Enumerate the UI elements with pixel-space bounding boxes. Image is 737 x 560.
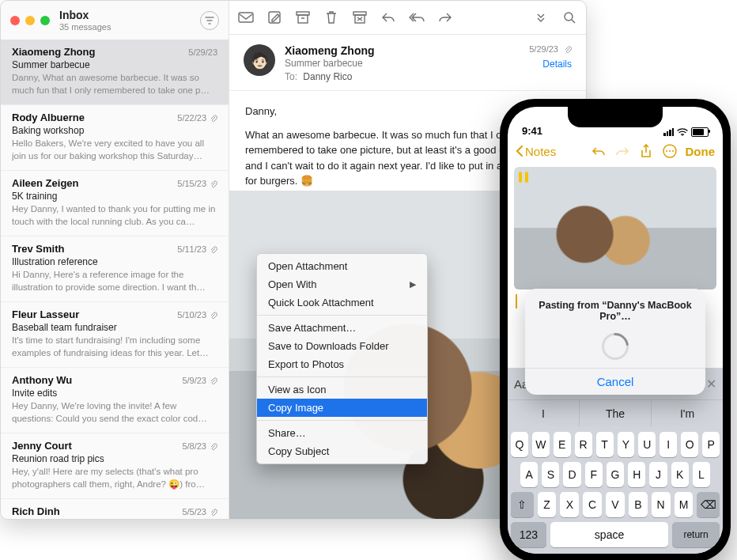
key-g[interactable]: G (607, 462, 624, 487)
key-q[interactable]: Q (511, 432, 528, 457)
key-j[interactable]: J (649, 462, 667, 487)
more-icon[interactable] (532, 9, 550, 25)
context-menu-item[interactable]: Save to Downloads Folder (257, 337, 427, 355)
prediction-2[interactable]: The (580, 400, 652, 427)
message-item[interactable]: Rody Albuerne5/22/23Baking workshopHello… (1, 105, 229, 171)
trash-icon[interactable] (323, 9, 340, 25)
key-n[interactable]: N (652, 492, 671, 517)
message-preview: Hey, y'all! Here are my selects (that's … (12, 466, 217, 490)
message-list[interactable]: Xiaomeng Zhong5/29/23Summer barbecueDann… (1, 40, 229, 519)
header-to: To: Danny Rico (285, 71, 520, 82)
key-return[interactable]: return (672, 522, 720, 547)
window-titlebar: Inbox 35 messages (1, 1, 229, 40)
svg-point-11 (672, 150, 674, 152)
forward-icon[interactable] (437, 9, 454, 25)
more-options-icon[interactable] (662, 143, 678, 159)
note-image[interactable] (514, 167, 716, 289)
message-date: 5/22/23 (177, 113, 217, 123)
key-c[interactable]: C (583, 492, 602, 517)
reply-icon[interactable] (380, 9, 397, 25)
message-sender: Fleur Lasseur (12, 308, 79, 320)
context-menu-item[interactable]: Quick Look Attachment (257, 293, 427, 312)
message-item[interactable]: Trev Smith5/11/23Illustration referenceH… (1, 236, 229, 302)
key-m[interactable]: M (675, 492, 694, 517)
key-f[interactable]: F (585, 462, 603, 487)
context-menu-item[interactable]: Copy Subject (257, 442, 427, 460)
compose-icon[interactable] (266, 9, 283, 25)
key-i[interactable]: I (660, 432, 677, 457)
message-item[interactable]: Rich Dinh5/5/23Trip to Zion National Par… (1, 499, 229, 519)
message-date: 5/5/23 (182, 507, 217, 516)
message-sender: Xiaomeng Zhong (12, 46, 95, 58)
key-d[interactable]: D (563, 462, 580, 487)
context-menu-item[interactable]: Copy Image (257, 399, 427, 417)
done-button[interactable]: Done (686, 145, 716, 158)
key-u[interactable]: U (638, 432, 656, 457)
key-k[interactable]: K (671, 462, 689, 487)
message-subject: Summer barbecue (12, 59, 217, 70)
zoom-window-button[interactable] (40, 16, 50, 25)
archive-icon[interactable] (294, 9, 312, 25)
key-x[interactable]: X (560, 492, 579, 517)
context-menu-item[interactable]: Export to Photos (257, 355, 427, 373)
message-item[interactable]: Aileen Zeigen5/15/235K trainingHey Danny… (1, 171, 229, 236)
message-subject: Baseball team fundraiser (12, 322, 217, 333)
key-y[interactable]: Y (618, 432, 635, 457)
redo-icon[interactable] (614, 143, 630, 159)
dismiss-accessory-icon[interactable]: ✕ (706, 376, 716, 392)
header-to-name[interactable]: Danny Rico (303, 71, 352, 82)
message-item[interactable]: Fleur Lasseur5/10/23Baseball team fundra… (1, 302, 229, 368)
prediction-1[interactable]: I (508, 400, 580, 427)
details-link[interactable]: Details (529, 59, 572, 70)
key-o[interactable]: O (681, 432, 698, 457)
junk-icon[interactable] (351, 9, 368, 25)
search-icon[interactable] (561, 9, 578, 25)
undo-icon[interactable] (591, 143, 607, 159)
predictive-text-bar[interactable]: I The I'm (508, 399, 723, 427)
key-123[interactable]: 123 (511, 522, 546, 547)
cancel-button[interactable]: Cancel (533, 373, 697, 388)
close-window-button[interactable] (10, 16, 20, 25)
backspace-key[interactable]: ⌫ (697, 492, 720, 517)
key-h[interactable]: H (628, 462, 645, 487)
attachment-icon (564, 46, 572, 54)
status-time: 9:41 (522, 125, 542, 137)
message-preview: Danny, What an awesome barbecue. It was … (12, 72, 217, 96)
key-l[interactable]: L (693, 462, 710, 487)
key-b[interactable]: B (629, 492, 648, 517)
context-menu-item[interactable]: Open With▶ (257, 275, 427, 293)
key-p[interactable]: P (702, 432, 720, 457)
window-controls[interactable] (10, 16, 50, 25)
attachment-icon (210, 509, 217, 516)
key-e[interactable]: E (554, 432, 571, 457)
context-menu-item[interactable]: View as Icon (257, 380, 427, 399)
reply-all-icon[interactable] (408, 9, 425, 25)
message-sender: Rody Albuerne (12, 112, 85, 123)
shift-key[interactable]: ⇧ (511, 492, 534, 517)
filter-button[interactable] (200, 11, 219, 30)
notes-back-button[interactable]: Notes (516, 145, 556, 158)
context-menu-item[interactable]: Open Attachment (257, 257, 427, 275)
key-v[interactable]: V (606, 492, 625, 517)
context-menu-item[interactable]: Save Attachment… (257, 319, 427, 337)
key-space[interactable]: space (550, 522, 668, 547)
key-w[interactable]: W (532, 432, 550, 457)
share-icon[interactable] (638, 143, 654, 159)
new-message-icon[interactable] (237, 9, 255, 25)
message-preview: Hey Danny, I wanted to thank you for put… (12, 203, 217, 228)
key-a[interactable]: A (520, 462, 538, 487)
context-menu[interactable]: Open AttachmentOpen With▶Quick Look Atta… (256, 253, 428, 464)
message-item[interactable]: Anthony Wu5/9/23Invite editsHey Danny, W… (1, 368, 229, 433)
keyboard[interactable]: Aa ✕ I The I'm QWERTYUIOPASDFGHJKL⇧ZXCVB… (508, 368, 723, 554)
message-item[interactable]: Jenny Court5/8/23Reunion road trip picsH… (1, 433, 229, 499)
key-s[interactable]: S (542, 462, 559, 487)
prediction-3[interactable]: I'm (652, 400, 723, 427)
context-menu-item[interactable]: Share… (257, 424, 427, 442)
key-z[interactable]: Z (538, 492, 557, 517)
message-date: 5/9/23 (182, 376, 217, 385)
message-item[interactable]: Xiaomeng Zhong5/29/23Summer barbecueDann… (1, 40, 229, 105)
key-r[interactable]: R (575, 432, 592, 457)
iphone-notch (568, 107, 663, 127)
key-t[interactable]: T (596, 432, 614, 457)
minimize-window-button[interactable] (25, 16, 35, 25)
